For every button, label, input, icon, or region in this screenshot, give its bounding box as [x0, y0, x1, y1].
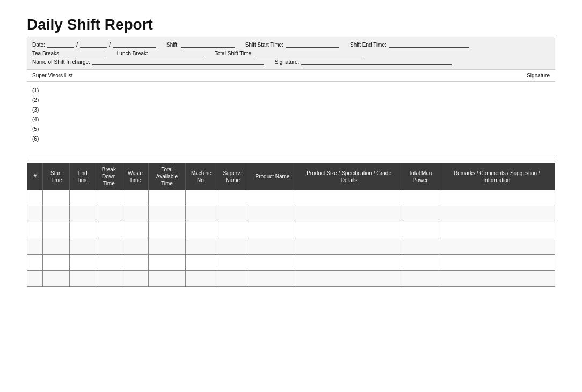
table-row	[27, 238, 555, 255]
cell-2-11	[439, 222, 555, 238]
cell-5-10	[402, 271, 439, 287]
cell-1-6	[185, 206, 217, 222]
shift-start-label: Shift Start Time:	[245, 42, 283, 48]
shift-line	[181, 41, 235, 48]
supervisor-item-2: (2)	[32, 96, 550, 105]
date-field: Date: / /	[32, 41, 156, 48]
cell-0-10	[402, 190, 439, 206]
header-start-time: Start Time	[43, 163, 69, 190]
table-row	[27, 206, 555, 222]
cell-5-2	[69, 271, 96, 287]
cell-5-1	[43, 271, 69, 287]
cell-2-3	[96, 222, 122, 238]
name-label: Name of Shift In charge:	[32, 59, 90, 65]
cell-5-7	[217, 271, 249, 287]
supervisor-item-4: (4)	[32, 115, 550, 125]
shift-field: Shift:	[166, 41, 235, 48]
header-hash: #	[27, 163, 43, 190]
cell-5-9	[296, 271, 402, 287]
cell-5-11	[439, 271, 555, 287]
cell-4-11	[439, 255, 555, 271]
cell-5-5	[149, 271, 186, 287]
header-product-name: Product Name	[249, 163, 296, 190]
cell-1-8	[249, 206, 296, 222]
supervisors-signature-label: Signature	[527, 72, 550, 78]
supervisors-list: (1) (2) (3) (4) (5) (6)	[27, 82, 555, 151]
cell-4-3	[96, 255, 122, 271]
date-year-line	[113, 41, 156, 48]
cell-3-2	[69, 238, 96, 255]
table-row	[27, 190, 555, 206]
header-total-available-time: Total Available Time	[149, 163, 186, 190]
cell-2-2	[69, 222, 96, 238]
total-shift-line	[255, 50, 362, 56]
header-breakdown-time: Break Down Time	[96, 163, 122, 190]
signature-field: Signature:	[275, 59, 452, 65]
cell-0-6	[185, 190, 217, 206]
cell-5-0	[27, 271, 43, 287]
total-shift-label: Total Shift Time:	[215, 50, 253, 56]
header-machine-no: Machine No.	[185, 163, 217, 190]
cell-0-5	[149, 190, 186, 206]
cell-1-4	[122, 206, 148, 222]
lunch-break-line	[150, 50, 204, 56]
cell-2-9	[296, 222, 402, 238]
date-day-line	[47, 41, 74, 48]
cell-5-4	[122, 271, 148, 287]
info-row-1: Date: / / Shift: Shift Start Time: Shift…	[32, 41, 550, 48]
cell-4-7	[217, 255, 249, 271]
supervisors-list-label: Super Visors List	[32, 72, 72, 78]
signature-line	[301, 59, 452, 65]
cell-3-1	[43, 238, 69, 255]
cell-5-6	[185, 271, 217, 287]
tea-breaks-field: Tea Breaks:	[32, 50, 106, 56]
cell-0-9	[296, 190, 402, 206]
supervisor-item-1: (1)	[32, 86, 550, 96]
info-row-2: Tea Breaks: Lunch Break: Total Shift Tim…	[32, 50, 550, 56]
cell-0-3	[96, 190, 122, 206]
cell-2-5	[149, 222, 186, 238]
cell-1-2	[69, 206, 96, 222]
shift-start-field: Shift Start Time:	[245, 41, 339, 48]
cell-2-1	[43, 222, 69, 238]
cell-4-6	[185, 255, 217, 271]
page-title: Daily Shift Report	[27, 16, 555, 33]
table-header-row: # Start Time End Time Break Down Time Wa…	[27, 163, 555, 190]
cell-3-7	[217, 238, 249, 255]
supervisor-item-6: (6)	[32, 134, 550, 144]
cell-4-2	[69, 255, 96, 271]
header-waste-time: Waste Time	[122, 163, 148, 190]
table-row	[27, 271, 555, 287]
cell-2-0	[27, 222, 43, 238]
section-divider	[27, 157, 555, 157]
cell-3-0	[27, 238, 43, 255]
cell-1-1	[43, 206, 69, 222]
cell-0-7	[217, 190, 249, 206]
cell-3-6	[185, 238, 217, 255]
date-label: Date:	[32, 42, 45, 48]
cell-4-0	[27, 255, 43, 271]
cell-1-7	[217, 206, 249, 222]
date-sep1: /	[76, 41, 78, 48]
date-sep2: /	[109, 41, 111, 48]
shift-end-label: Shift End Time:	[350, 42, 387, 48]
cell-0-2	[69, 190, 96, 206]
cell-4-5	[149, 255, 186, 271]
info-section: Date: / / Shift: Shift Start Time: Shift…	[27, 37, 555, 70]
cell-5-3	[96, 271, 122, 287]
cell-2-10	[402, 222, 439, 238]
header-manpower: Total Man Power	[402, 163, 439, 190]
shift-start-line	[286, 41, 339, 48]
cell-3-9	[296, 238, 402, 255]
header-product-size: Product Size / Specification / Grade Det…	[296, 163, 402, 190]
lunch-break-label: Lunch Break:	[117, 50, 148, 56]
name-field: Name of Shift In charge:	[32, 59, 264, 65]
supervisor-item-5: (5)	[32, 125, 550, 134]
cell-3-4	[122, 238, 148, 255]
signature-label: Signature:	[275, 59, 300, 65]
cell-3-8	[249, 238, 296, 255]
cell-0-8	[249, 190, 296, 206]
cell-1-10	[402, 206, 439, 222]
cell-4-8	[249, 255, 296, 271]
table-body	[27, 190, 555, 287]
